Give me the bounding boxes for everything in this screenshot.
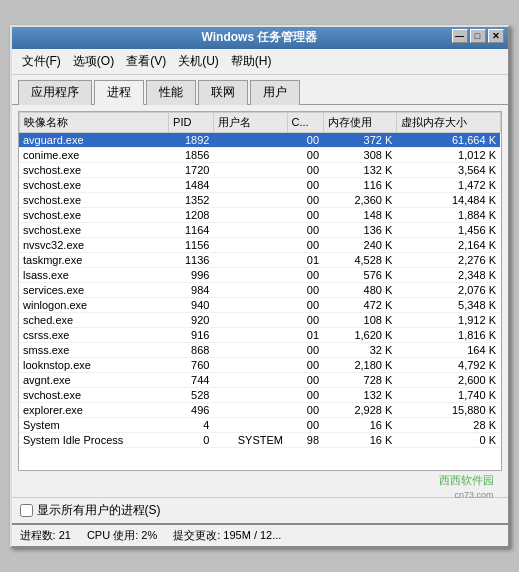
tab-networking[interactable]: 联网	[198, 80, 248, 105]
menu-help[interactable]: 帮助(H)	[225, 51, 278, 72]
table-cell: 00	[287, 417, 323, 432]
table-cell: 132 K	[323, 387, 396, 402]
menu-file[interactable]: 文件(F)	[16, 51, 67, 72]
table-cell: 1,816 K	[396, 327, 500, 342]
window-title: Windows 任务管理器	[202, 29, 318, 46]
table-cell: 2,180 K	[323, 357, 396, 372]
col-header-mem[interactable]: 内存使用	[323, 112, 396, 132]
table-cell: 2,360 K	[323, 192, 396, 207]
table-row[interactable]: lsass.exe99600576 K2,348 K	[19, 267, 500, 282]
menu-shutdown[interactable]: 关机(U)	[172, 51, 225, 72]
table-row[interactable]: winlogon.exe94000472 K5,348 K	[19, 297, 500, 312]
table-row[interactable]: svchost.exe172000132 K3,564 K	[19, 162, 500, 177]
table-cell: 4	[169, 417, 214, 432]
table-row[interactable]: avgnt.exe74400728 K2,600 K	[19, 372, 500, 387]
table-row[interactable]: System Idle Process0SYSTEM9816 K0 K	[19, 432, 500, 447]
tab-users[interactable]: 用户	[250, 80, 300, 105]
table-cell: 472 K	[323, 297, 396, 312]
table-row[interactable]: csrss.exe916011,620 K1,816 K	[19, 327, 500, 342]
show-all-users-label[interactable]: 显示所有用户的进程(S)	[20, 502, 161, 519]
col-header-vmem[interactable]: 虚拟内存大小	[396, 112, 500, 132]
table-cell: 108 K	[323, 312, 396, 327]
title-bar: Windows 任务管理器 — □ ✕	[12, 27, 508, 49]
show-all-users-text: 显示所有用户的进程(S)	[37, 502, 161, 519]
table-cell: svchost.exe	[19, 192, 169, 207]
table-cell	[213, 237, 287, 252]
table-row[interactable]: conime.exe185600308 K1,012 K	[19, 147, 500, 162]
table-cell	[213, 297, 287, 312]
table-cell: smss.exe	[19, 342, 169, 357]
table-cell: avgnt.exe	[19, 372, 169, 387]
status-bar: 进程数: 21 CPU 使用: 2% 提交更改: 195M / 12...	[12, 523, 508, 546]
col-header-pid[interactable]: PID	[169, 112, 214, 132]
table-cell	[213, 147, 287, 162]
table-row[interactable]: svchost.exe116400136 K1,456 K	[19, 222, 500, 237]
show-all-users-checkbox[interactable]	[20, 504, 33, 517]
table-cell: 728 K	[323, 372, 396, 387]
table-cell	[213, 192, 287, 207]
cpu-usage-label: CPU 使用: 2%	[87, 528, 157, 543]
table-cell: 00	[287, 222, 323, 237]
table-cell: 2,276 K	[396, 252, 500, 267]
table-cell: 1856	[169, 147, 214, 162]
table-row[interactable]: looknstop.exe760002,180 K4,792 K	[19, 357, 500, 372]
process-table-container[interactable]: 映像名称 PID 用户名 C... 内存使用 虚拟内存大小 avguard.ex…	[18, 111, 502, 471]
table-row[interactable]: services.exe98400480 K2,076 K	[19, 282, 500, 297]
table-cell: 14,484 K	[396, 192, 500, 207]
table-cell: svchost.exe	[19, 222, 169, 237]
table-cell: 0	[169, 432, 214, 447]
table-cell: 496	[169, 402, 214, 417]
table-cell: 868	[169, 342, 214, 357]
col-header-cpu[interactable]: C...	[287, 112, 323, 132]
tab-performance[interactable]: 性能	[146, 80, 196, 105]
table-cell: 1156	[169, 237, 214, 252]
table-row[interactable]: nvsvc32.exe115600240 K2,164 K	[19, 237, 500, 252]
table-cell: 136 K	[323, 222, 396, 237]
table-row[interactable]: svchost.exe52800132 K1,740 K	[19, 387, 500, 402]
col-header-name[interactable]: 映像名称	[19, 112, 169, 132]
table-row[interactable]: System40016 K28 K	[19, 417, 500, 432]
table-cell: svchost.exe	[19, 177, 169, 192]
tabs-bar: 应用程序 进程 性能 联网 用户	[12, 75, 508, 104]
table-cell: 920	[169, 312, 214, 327]
table-cell	[213, 177, 287, 192]
table-cell: 1484	[169, 177, 214, 192]
table-row[interactable]: svchost.exe148400116 K1,472 K	[19, 177, 500, 192]
close-button[interactable]: ✕	[488, 29, 504, 43]
table-cell	[213, 417, 287, 432]
table-cell: 1208	[169, 207, 214, 222]
table-row[interactable]: sched.exe92000108 K1,912 K	[19, 312, 500, 327]
table-cell: 2,164 K	[396, 237, 500, 252]
menu-options[interactable]: 选项(O)	[67, 51, 120, 72]
tab-applications[interactable]: 应用程序	[18, 80, 92, 105]
table-row[interactable]: explorer.exe496002,928 K15,880 K	[19, 402, 500, 417]
table-cell: 61,664 K	[396, 132, 500, 147]
table-row[interactable]: svchost.exe1352002,360 K14,484 K	[19, 192, 500, 207]
table-cell: 1164	[169, 222, 214, 237]
menu-view[interactable]: 查看(V)	[120, 51, 172, 72]
menu-bar: 文件(F) 选项(O) 查看(V) 关机(U) 帮助(H)	[12, 49, 508, 75]
table-row[interactable]: avguard.exe189200372 K61,664 K	[19, 132, 500, 147]
table-cell: 00	[287, 162, 323, 177]
col-header-user[interactable]: 用户名	[213, 112, 287, 132]
maximize-button[interactable]: □	[470, 29, 486, 43]
minimize-button[interactable]: —	[452, 29, 468, 43]
table-cell: taskmgr.exe	[19, 252, 169, 267]
table-cell: 2,928 K	[323, 402, 396, 417]
table-row[interactable]: smss.exe8680032 K164 K	[19, 342, 500, 357]
table-cell: 00	[287, 237, 323, 252]
table-cell	[213, 252, 287, 267]
table-cell: 4,792 K	[396, 357, 500, 372]
table-cell: 1,912 K	[396, 312, 500, 327]
table-cell: 1892	[169, 132, 214, 147]
table-cell: 00	[287, 132, 323, 147]
table-cell: 00	[287, 402, 323, 417]
tab-processes[interactable]: 进程	[94, 80, 144, 105]
table-row[interactable]: svchost.exe120800148 K1,884 K	[19, 207, 500, 222]
table-cell: 16 K	[323, 417, 396, 432]
table-cell: 00	[287, 387, 323, 402]
process-count-label: 进程数: 21	[20, 528, 71, 543]
table-cell: 4,528 K	[323, 252, 396, 267]
table-row[interactable]: taskmgr.exe1136014,528 K2,276 K	[19, 252, 500, 267]
table-cell: 00	[287, 192, 323, 207]
